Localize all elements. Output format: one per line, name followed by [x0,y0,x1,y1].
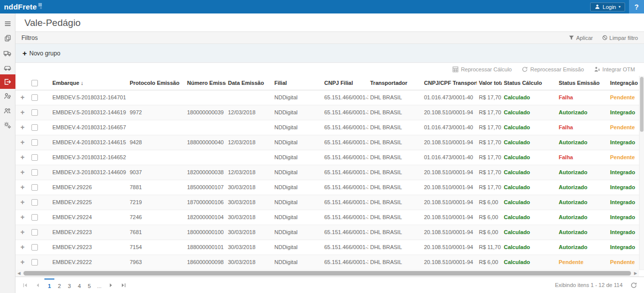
cell-cnpj_transportador: 20.108.510/0001-94 [422,135,477,150]
row-checkbox[interactable] [31,94,38,101]
cell-transportador: DHL BRASIL [368,90,422,105]
header-right: Login ▾ ? [590,0,644,13]
column-header-numero[interactable]: Número Emissão [185,76,226,90]
sidebar-item-drivers[interactable] [0,89,15,103]
reprocess-calc-button[interactable]: Reprocessar Cálculo [452,66,512,72]
column-header-cnpj_filial[interactable]: CNPJ Filial [322,76,368,90]
sidebar-item-menu[interactable] [0,16,15,31]
expand-row-button[interactable]: + [20,123,24,131]
expand-column-header [15,76,29,90]
scroll-left-arrow-icon[interactable]: ◀ [15,271,22,276]
column-header-status_calculo[interactable]: Status Cálculo [502,76,557,90]
scroll-right-arrow-icon[interactable]: ▶ [632,271,639,276]
column-header-filial[interactable]: Filial [272,76,322,90]
expand-row-button[interactable]: + [20,138,24,146]
row-checkbox[interactable] [31,109,38,116]
cell-status_emissao: Falha [557,150,608,165]
page-button-4[interactable]: 4 [74,279,84,292]
expand-row-button[interactable]: + [20,153,24,161]
column-header-status_emissao[interactable]: Status Emissão [557,76,608,90]
car-icon [3,63,11,71]
gears-icon [3,121,11,129]
integrate-otm-button[interactable]: Integrar OTM [594,66,635,72]
expand-cell: + [15,165,29,180]
sidebar-item-shipments[interactable] [0,31,15,45]
brand-name: nddFrete [4,2,37,11]
row-checkbox[interactable] [31,244,38,251]
column-header-valor[interactable]: Valor total [477,76,502,90]
cell-data: 12/03/2018 [226,105,272,120]
row-checkbox[interactable] [31,229,38,236]
last-page-button[interactable] [118,281,129,290]
horizontal-scrollbar[interactable]: ◀ ▶ [15,270,639,277]
expand-row-button[interactable]: + [20,168,24,176]
apply-filter-button[interactable]: Aplicar [569,35,593,41]
row-checkbox[interactable] [31,139,38,146]
checkbox-cell [29,135,50,150]
cell-numero [185,90,226,105]
sidebar-item-settings[interactable] [0,118,15,132]
cell-protocolo: 7881 [128,180,185,195]
column-header-cnpj_transportador[interactable]: CNPJ/CPF Transportador [422,76,477,90]
page-button-2[interactable]: 2 [54,279,64,292]
cell-embarque: EMBDEV.5-20180312-144619 [50,105,128,120]
brand-logo: nddFrete [0,2,42,11]
new-group-button[interactable]: + Novo grupo [22,49,60,57]
chevron-down-icon: ▾ [619,4,621,9]
next-page-button[interactable] [105,281,117,290]
sidebar-item-users[interactable] [0,103,15,118]
vertical-scrollbar-thumb[interactable] [640,77,644,132]
column-header-transportador[interactable]: Transportador [368,76,422,90]
checkbox-cell [29,90,50,105]
cell-status_emissao: Pendente [557,255,608,270]
sidebar-item-truck[interactable] [0,45,15,60]
column-header-protocolo[interactable]: Protocolo Emissão [128,76,185,90]
cell-data [226,150,272,165]
sidebar-item-vehicles[interactable] [0,60,15,74]
cell-status_calculo: Calculado [502,90,557,105]
sidebar-item-vale-pedagio[interactable] [0,74,15,89]
expand-row-button[interactable]: + [20,93,24,101]
select-all-checkbox[interactable] [31,80,38,86]
row-checkbox[interactable] [31,214,38,221]
cell-valor: R$ 6,00 [477,225,502,240]
expand-row-button[interactable]: + [20,198,24,206]
login-menu[interactable]: Login ▾ [590,2,625,11]
horizontal-scrollbar-thumb[interactable] [23,271,631,276]
row-checkbox[interactable] [31,184,38,191]
pagination-status: Exibindo itens 1 - 12 de 114 [555,282,637,289]
expand-row-button[interactable]: + [20,228,24,236]
row-checkbox[interactable] [31,154,38,161]
cell-status_emissao: Autorizado [557,105,608,120]
help-button[interactable]: ? [629,0,644,13]
cell-cnpj_transportador: 20.108.510/0001-94 [422,240,477,255]
page-button-5[interactable]: 5 [84,279,94,292]
table-row: +EMBDEV.29224724618200000010430/03/2018N… [15,210,644,225]
clear-filter-button[interactable]: Limpar filtro [602,35,638,41]
checkbox-cell [29,120,50,135]
row-checkbox[interactable] [31,199,38,206]
reprocess-emission-button[interactable]: Reprocessar Emissão [522,66,584,72]
expand-row-button[interactable]: + [20,243,24,251]
cell-valor: R$ 17,70 [477,90,502,105]
first-page-button[interactable] [19,281,31,290]
expand-row-button[interactable]: + [20,183,24,191]
row-checkbox[interactable] [31,124,38,131]
cell-protocolo: 7681 [128,225,185,240]
row-checkbox[interactable] [31,259,38,266]
cell-data [226,120,272,135]
expand-row-button[interactable]: + [20,108,24,116]
vertical-scrollbar[interactable] [639,76,644,270]
cell-status_emissao: Autorizado [557,180,608,195]
column-header-embarque[interactable]: Embarque ↓ [50,76,128,90]
cell-status_calculo: Calculado [502,180,557,195]
expand-row-button[interactable]: + [20,258,24,266]
refresh-icon[interactable] [631,282,637,289]
column-header-data[interactable]: Data Emissão [226,76,272,90]
expand-row-button[interactable]: + [20,213,24,221]
page-button-1[interactable]: 1 [44,279,54,292]
prev-page-button[interactable] [32,281,43,290]
cell-valor: R$ 17,70 [477,165,502,180]
page-button-3[interactable]: 3 [64,279,74,292]
row-checkbox[interactable] [31,169,38,176]
